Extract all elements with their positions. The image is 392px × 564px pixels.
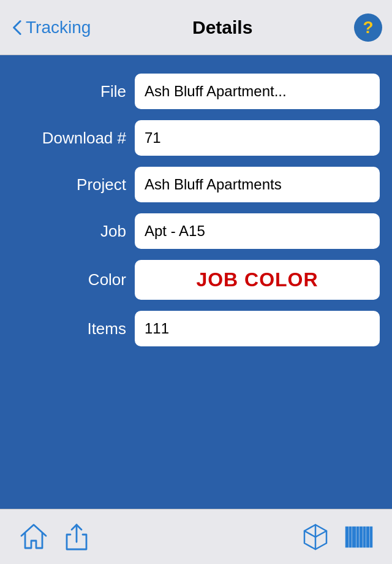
main-content: File Ash Bluff Apartment... Download # 7…: [0, 55, 392, 515]
project-label: Project: [12, 175, 135, 194]
svg-line-1: [304, 531, 315, 537]
svg-rect-7: [360, 527, 362, 547]
home-tab[interactable]: [12, 519, 55, 555]
nav-bar: Tracking Details ?: [0, 0, 392, 55]
items-value[interactable]: 111: [135, 311, 380, 346]
svg-rect-3: [346, 527, 348, 547]
box-tab[interactable]: [294, 519, 337, 555]
svg-rect-5: [353, 527, 355, 547]
svg-rect-10: [371, 527, 372, 547]
back-label: Tracking: [26, 18, 91, 37]
items-label: Items: [12, 319, 135, 338]
share-tab[interactable]: [55, 519, 98, 555]
file-label: File: [12, 82, 135, 101]
svg-rect-8: [364, 527, 365, 547]
download-label: Download #: [12, 129, 135, 148]
job-label: Job: [12, 222, 135, 241]
back-button[interactable]: Tracking: [10, 18, 91, 37]
svg-rect-4: [350, 527, 351, 547]
project-row: Project Ash Bluff Apartments: [12, 167, 380, 202]
items-row: Items 111: [12, 311, 380, 346]
svg-rect-6: [357, 527, 358, 547]
job-row: Job Apt - A15: [12, 213, 380, 249]
project-value[interactable]: Ash Bluff Apartments: [135, 167, 380, 202]
file-row: File Ash Bluff Apartment...: [12, 74, 380, 109]
tab-bar: [0, 509, 392, 564]
svg-rect-9: [367, 527, 369, 547]
barcode-tab[interactable]: [337, 519, 380, 555]
download-value[interactable]: 71: [135, 120, 380, 156]
color-row: Color JOB COLOR: [12, 260, 380, 300]
file-value[interactable]: Ash Bluff Apartment...: [135, 74, 380, 109]
help-button[interactable]: ?: [354, 13, 382, 42]
job-value[interactable]: Apt - A15: [135, 213, 380, 249]
color-value: JOB COLOR: [196, 269, 318, 291]
color-label: Color: [12, 270, 135, 289]
color-field[interactable]: JOB COLOR: [135, 260, 380, 300]
page-title: Details: [192, 17, 252, 38]
help-icon: ?: [363, 19, 373, 36]
download-row: Download # 71: [12, 120, 380, 156]
